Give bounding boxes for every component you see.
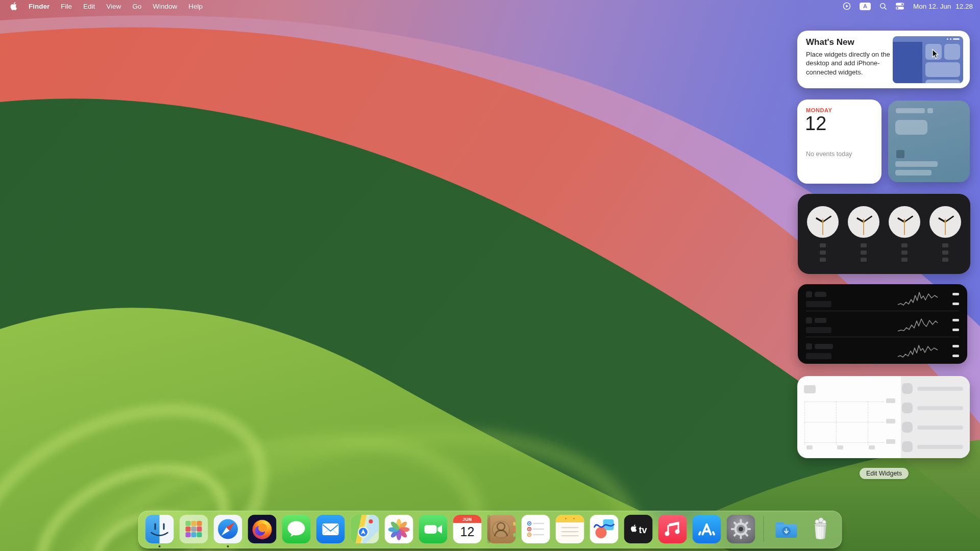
menu-item-finder[interactable]: Finder xyxy=(29,3,50,10)
trash-icon xyxy=(806,515,835,543)
edit-widgets-button[interactable]: Edit Widgets xyxy=(860,468,909,479)
clock-label-placeholders xyxy=(942,243,948,262)
dock-icon-contacts[interactable] xyxy=(487,515,516,543)
illustration-widget-tile xyxy=(925,62,960,77)
placeholder xyxy=(917,445,963,449)
dock-icon-finder[interactable] xyxy=(145,515,174,543)
dock-icon-maps[interactable] xyxy=(351,515,379,543)
menu-item-file[interactable]: File xyxy=(61,3,72,10)
music-icon xyxy=(658,515,687,543)
dock-icon-firefox[interactable] xyxy=(248,515,277,543)
illustration-widget-tile xyxy=(925,80,960,83)
dock-icon-messages[interactable] xyxy=(282,515,311,543)
screen-record-icon[interactable] xyxy=(843,2,851,10)
stocks-widget[interactable] xyxy=(798,284,967,364)
placeholder xyxy=(952,293,959,295)
search-icon[interactable] xyxy=(879,3,887,10)
illustration-window-controls xyxy=(947,38,960,40)
placeholder xyxy=(917,425,963,430)
menu-item-help[interactable]: Help xyxy=(188,3,203,10)
grid-line xyxy=(804,442,885,443)
stock-row xyxy=(806,311,959,337)
placeholder xyxy=(806,445,813,449)
placeholder xyxy=(804,385,816,393)
dock-icon-mail[interactable] xyxy=(316,515,345,543)
placeholder xyxy=(806,291,812,297)
placeholder xyxy=(896,150,904,158)
screen-time-widget[interactable] xyxy=(797,376,970,458)
analog-clock-icon xyxy=(929,206,961,238)
photos-icon xyxy=(385,515,413,543)
placeholder xyxy=(917,387,963,391)
dock-icon-reminders[interactable] xyxy=(522,515,550,543)
window-dot xyxy=(950,38,951,40)
placeholder xyxy=(806,327,831,333)
dock-icon-system-settings[interactable] xyxy=(727,515,755,543)
whats-new-widget[interactable]: What's New Place widgets directly on the… xyxy=(797,31,970,88)
input-source-badge[interactable]: A xyxy=(860,3,871,10)
window-dot xyxy=(947,38,948,40)
clock-unit xyxy=(807,206,839,262)
clock-unit xyxy=(848,206,879,262)
dock-icon-music[interactable] xyxy=(658,515,687,543)
dock-icon-safari[interactable] xyxy=(214,515,242,543)
maps-icon xyxy=(351,515,379,543)
tv-label: tv xyxy=(639,525,647,535)
calendar-status: No events today xyxy=(806,151,852,158)
system-settings-icon xyxy=(727,515,755,543)
dock-icon-downloads[interactable] xyxy=(772,515,801,543)
dock-icon-photos[interactable] xyxy=(385,515,413,543)
world-clock-widget[interactable] xyxy=(798,194,970,274)
running-indicator xyxy=(159,545,161,547)
placeholder xyxy=(895,161,938,167)
placeholder xyxy=(952,303,959,305)
placeholder xyxy=(806,353,831,359)
clock-unit xyxy=(929,206,961,262)
placeholder xyxy=(806,343,812,349)
menu-item-go[interactable]: Go xyxy=(132,3,141,10)
calendar-widget[interactable]: MONDAY 12 No events today xyxy=(797,99,881,184)
placeholder-widget[interactable] xyxy=(888,101,970,182)
stock-row xyxy=(806,285,959,311)
menu-item-view[interactable]: View xyxy=(106,3,121,10)
placeholder xyxy=(837,445,843,449)
dock-icon-facetime[interactable] xyxy=(419,515,448,543)
placeholder xyxy=(895,170,932,176)
dock-icon-calendar[interactable]: JUN 12 xyxy=(453,515,482,543)
dock: JUN 12 xyxy=(138,511,842,548)
list-item xyxy=(902,422,963,433)
placeholder xyxy=(902,383,913,394)
menu-item-window[interactable]: Window xyxy=(153,3,177,10)
notes-icon xyxy=(556,515,584,543)
illustration-sidebar xyxy=(893,42,922,83)
whats-new-illustration xyxy=(893,36,963,83)
menu-item-edit[interactable]: Edit xyxy=(83,3,95,10)
dock-icon-notes[interactable] xyxy=(556,515,584,543)
apple-menu[interactable] xyxy=(10,2,17,10)
contacts-icon xyxy=(487,515,516,543)
grid-line xyxy=(804,402,885,402)
dock-icon-app-store[interactable] xyxy=(693,515,721,543)
list-item xyxy=(902,383,963,394)
placeholder xyxy=(806,301,831,307)
analog-clock-icon xyxy=(807,206,839,238)
dock-icon-trash[interactable] xyxy=(806,515,835,543)
sparkline-chart xyxy=(897,289,939,308)
analog-clock-icon xyxy=(848,206,879,238)
launchpad-icon xyxy=(180,515,208,543)
firefox-icon xyxy=(248,515,277,543)
placeholder xyxy=(902,403,913,413)
finder-icon xyxy=(145,515,174,543)
dock-icon-freeform[interactable] xyxy=(590,515,619,543)
calendar-dock-icon: JUN 12 xyxy=(453,515,482,543)
placeholder xyxy=(927,108,933,113)
placeholder xyxy=(952,355,959,357)
dock-icon-launchpad[interactable] xyxy=(180,515,208,543)
menu-clock[interactable]: Mon 12. Jun 12.28 xyxy=(913,3,973,10)
control-center-icon[interactable] xyxy=(896,3,904,10)
dock-separator xyxy=(764,516,764,542)
grid-line xyxy=(836,402,837,445)
dock-icon-tv[interactable]: tv xyxy=(624,515,653,543)
window-dash xyxy=(953,38,960,40)
sparkline-chart xyxy=(897,315,939,334)
